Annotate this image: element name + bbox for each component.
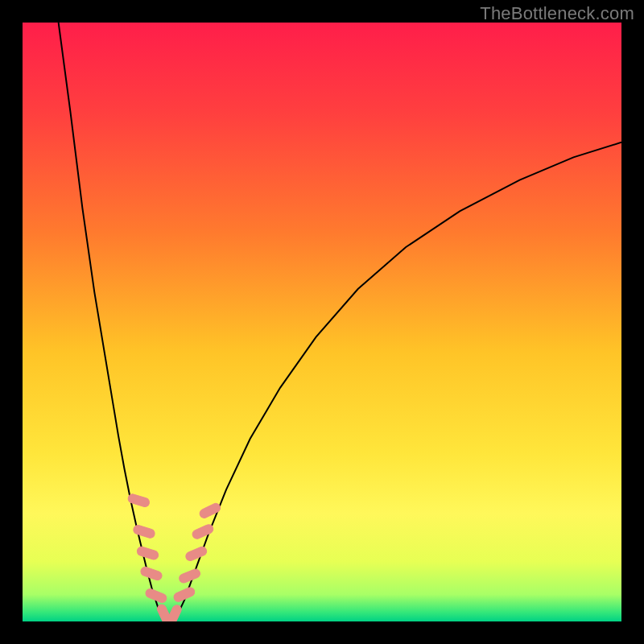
gradient-background	[23, 23, 621, 621]
chart-frame: TheBottleneck.com	[0, 0, 644, 644]
chart-svg	[23, 23, 621, 621]
watermark-text: TheBottleneck.com	[480, 3, 634, 24]
plot-area	[23, 23, 621, 621]
